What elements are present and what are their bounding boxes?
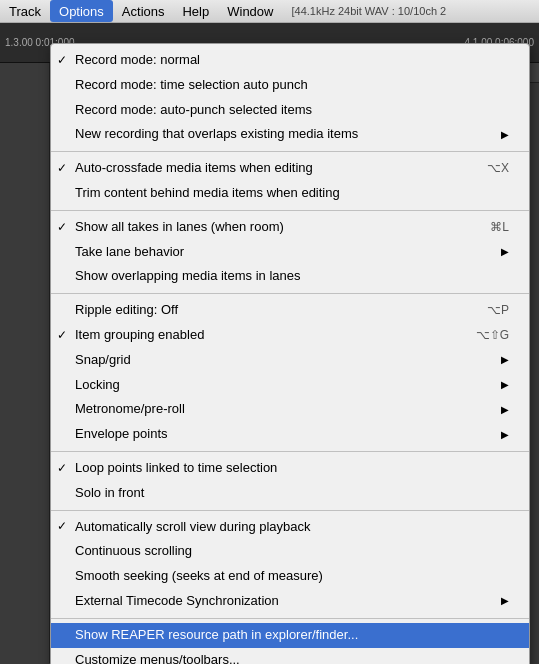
menu-item-smooth-seeking[interactable]: Smooth seeking (seeks at end of measure) [51,564,529,589]
menu-item-trim-content[interactable]: Trim content behind media items when edi… [51,181,529,206]
menu-item-label: Ripple editing: Off [75,300,457,321]
shortcut-label: ⌥⇧G [446,326,509,345]
menu-actions[interactable]: Actions [113,0,174,22]
separator [51,293,529,294]
menu-item-label: Customize menus/toolbars... [75,650,509,664]
menu-item-label: Loop points linked to time selection [75,458,509,479]
checkmark-icon: ✓ [57,459,67,478]
menu-item-show-all-takes[interactable]: ✓ Show all takes in lanes (when room) ⌘L [51,215,529,240]
options-dropdown-menu: ✓ Record mode: normal Record mode: time … [50,43,530,664]
menu-item-label: Take lane behavior [75,242,491,263]
menu-help[interactable]: Help [173,0,218,22]
menu-options[interactable]: Options [50,0,113,22]
menu-track[interactable]: Track [0,0,50,22]
menu-item-external-timecode[interactable]: External Timecode Synchronization ▶ [51,589,529,614]
submenu-arrow-icon: ▶ [491,427,509,443]
menu-item-label: Trim content behind media items when edi… [75,183,509,204]
menu-item-label: Envelope points [75,424,491,445]
separator [51,210,529,211]
submenu-arrow-icon: ▶ [491,377,509,393]
track-panel [0,63,50,663]
menu-item-label: Record mode: normal [75,50,509,71]
submenu-arrow-icon: ▶ [491,127,509,143]
menu-item-label: Show overlapping media items in lanes [75,266,509,287]
submenu-arrow-icon: ▶ [491,244,509,260]
separator [51,151,529,152]
menu-item-take-lane-behavior[interactable]: Take lane behavior ▶ [51,240,529,265]
menu-item-label: Auto-crossfade media items when editing [75,158,457,179]
menu-item-label: New recording that overlaps existing med… [75,124,491,145]
menu-item-auto-scroll[interactable]: ✓ Automatically scroll view during playb… [51,515,529,540]
menu-item-label: Item grouping enabled [75,325,446,346]
menu-item-label: Snap/grid [75,350,491,371]
submenu-arrow-icon: ▶ [491,352,509,368]
menu-item-loop-points[interactable]: ✓ Loop points linked to time selection [51,456,529,481]
menu-item-new-recording-overlaps[interactable]: New recording that overlaps existing med… [51,122,529,147]
menu-item-ripple-editing[interactable]: Ripple editing: Off ⌥P [51,298,529,323]
checkmark-icon: ✓ [57,326,67,345]
menu-item-label: Record mode: time selection auto punch [75,75,509,96]
menu-item-metronome[interactable]: Metronome/pre-roll ▶ [51,397,529,422]
menu-item-auto-crossfade[interactable]: ✓ Auto-crossfade media items when editin… [51,156,529,181]
shortcut-label: ⌥P [457,301,509,320]
checkmark-icon: ✓ [57,159,67,178]
checkmark-icon: ✓ [57,218,67,237]
menu-item-record-mode-autopunch[interactable]: Record mode: auto-punch selected items [51,98,529,123]
menu-item-label: Smooth seeking (seeks at end of measure) [75,566,509,587]
menu-item-solo-in-front[interactable]: Solo in front [51,481,529,506]
separator [51,451,529,452]
menu-item-snap-grid[interactable]: Snap/grid ▶ [51,348,529,373]
menu-item-label: Continuous scrolling [75,541,509,562]
menu-item-envelope-points[interactable]: Envelope points ▶ [51,422,529,447]
menu-item-label: Automatically scroll view during playbac… [75,517,509,538]
menubar: Track Options Actions Help Window [44.1k… [0,0,539,23]
checkmark-icon: ✓ [57,517,67,536]
menu-item-customize-menus[interactable]: Customize menus/toolbars... [51,648,529,664]
menu-item-show-overlapping[interactable]: Show overlapping media items in lanes [51,264,529,289]
checkmark-icon: ✓ [57,51,67,70]
menu-item-label: Metronome/pre-roll [75,399,491,420]
menu-item-continuous-scrolling[interactable]: Continuous scrolling [51,539,529,564]
shortcut-label: ⌘L [460,218,509,237]
menu-window[interactable]: Window [218,0,282,22]
menu-item-label: Locking [75,375,491,396]
menu-item-record-mode-normal[interactable]: ✓ Record mode: normal [51,48,529,73]
menu-item-record-mode-time[interactable]: Record mode: time selection auto punch [51,73,529,98]
menu-item-locking[interactable]: Locking ▶ [51,373,529,398]
menu-item-label: Solo in front [75,483,509,504]
menu-item-label: Show REAPER resource path in explorer/fi… [75,625,509,646]
shortcut-label: ⌥X [457,159,509,178]
separator [51,618,529,619]
separator [51,510,529,511]
menu-item-label: External Timecode Synchronization [75,591,491,612]
submenu-arrow-icon: ▶ [491,593,509,609]
submenu-arrow-icon: ▶ [491,402,509,418]
main-area: ✓ Record mode: normal Record mode: time … [0,63,539,663]
menu-item-label: Record mode: auto-punch selected items [75,100,509,121]
menu-item-show-reaper-path[interactable]: Show REAPER resource path in explorer/fi… [51,623,529,648]
menu-info: [44.1kHz 24bit WAV : 10/10ch 2 [282,0,455,22]
timeline-area: ✓ Record mode: normal Record mode: time … [50,63,539,663]
menu-item-item-grouping[interactable]: ✓ Item grouping enabled ⌥⇧G [51,323,529,348]
menu-item-label: Show all takes in lanes (when room) [75,217,460,238]
